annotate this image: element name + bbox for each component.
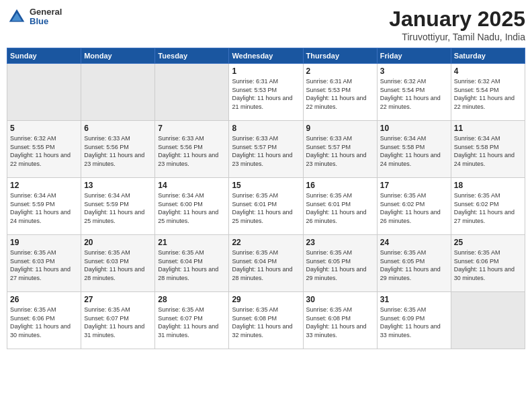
day-number: 15 [232,181,300,190]
weekday-header-monday: Monday [81,48,155,64]
calendar-cell: 3Sunrise: 6:32 AMSunset: 5:54 PMDaylight… [377,64,451,121]
day-number: 10 [380,124,448,133]
calendar-cell: 14Sunrise: 6:34 AMSunset: 6:00 PMDayligh… [155,178,229,235]
week-row-3: 12Sunrise: 6:34 AMSunset: 5:59 PMDayligh… [7,178,525,235]
day-number: 17 [380,181,448,190]
weekday-header-row: SundayMondayTuesdayWednesdayThursdayFrid… [7,48,525,64]
page-header: General Blue January 2025 Tiruvottiyur, … [7,7,525,42]
calendar-cell: 9Sunrise: 6:33 AMSunset: 5:57 PMDaylight… [303,121,377,178]
cell-info: Sunrise: 6:35 AMSunset: 6:01 PMDaylight:… [306,191,374,225]
calendar-cell: 1Sunrise: 6:31 AMSunset: 5:53 PMDaylight… [229,64,303,121]
cell-info: Sunrise: 6:35 AMSunset: 6:05 PMDaylight:… [306,248,374,282]
cell-info: Sunrise: 6:34 AMSunset: 5:59 PMDaylight:… [84,191,152,225]
weekday-header-wednesday: Wednesday [229,48,303,64]
day-number: 19 [10,238,78,247]
day-number: 28 [158,295,226,304]
cell-info: Sunrise: 6:31 AMSunset: 5:53 PMDaylight:… [232,77,300,111]
weekday-header-saturday: Saturday [451,48,525,64]
day-number: 11 [454,124,522,133]
day-number: 25 [454,238,522,247]
cell-info: Sunrise: 6:34 AMSunset: 5:59 PMDaylight:… [10,191,78,225]
calendar-cell: 4Sunrise: 6:32 AMSunset: 5:54 PMDaylight… [451,64,525,121]
cell-info: Sunrise: 6:35 AMSunset: 6:08 PMDaylight:… [232,306,300,339]
cell-info: Sunrise: 6:33 AMSunset: 5:56 PMDaylight:… [84,134,152,168]
logo-general: General [30,7,62,17]
day-number: 4 [454,66,522,76]
cell-info: Sunrise: 6:32 AMSunset: 5:54 PMDaylight:… [454,77,522,111]
cell-info: Sunrise: 6:35 AMSunset: 6:07 PMDaylight:… [158,306,226,339]
day-number: 20 [84,238,152,247]
day-number: 27 [84,295,152,304]
calendar-cell: 28Sunrise: 6:35 AMSunset: 6:07 PMDayligh… [155,292,229,349]
weekday-header-sunday: Sunday [7,48,81,64]
calendar-cell: 27Sunrise: 6:35 AMSunset: 6:07 PMDayligh… [81,292,155,349]
cell-info: Sunrise: 6:35 AMSunset: 6:07 PMDaylight:… [84,306,152,339]
day-number: 8 [232,124,300,133]
day-number: 1 [232,66,300,76]
cell-info: Sunrise: 6:32 AMSunset: 5:55 PMDaylight:… [10,134,78,168]
day-number: 5 [10,124,78,133]
calendar-cell: 5Sunrise: 6:32 AMSunset: 5:55 PMDaylight… [7,121,81,178]
week-row-1: 1Sunrise: 6:31 AMSunset: 5:53 PMDaylight… [7,64,525,121]
calendar-cell: 10Sunrise: 6:34 AMSunset: 5:58 PMDayligh… [377,121,451,178]
calendar-cell [155,64,229,121]
logo: General Blue [7,7,62,27]
cell-info: Sunrise: 6:32 AMSunset: 5:54 PMDaylight:… [380,77,448,111]
day-number: 6 [84,124,152,133]
day-number: 13 [84,181,152,190]
calendar-cell: 29Sunrise: 6:35 AMSunset: 6:08 PMDayligh… [229,292,303,349]
cell-info: Sunrise: 6:35 AMSunset: 6:04 PMDaylight:… [158,248,226,282]
week-row-5: 26Sunrise: 6:35 AMSunset: 6:06 PMDayligh… [7,292,525,349]
weekday-header-tuesday: Tuesday [155,48,229,64]
calendar-cell: 16Sunrise: 6:35 AMSunset: 6:01 PMDayligh… [303,178,377,235]
cell-info: Sunrise: 6:35 AMSunset: 6:02 PMDaylight:… [380,191,448,225]
calendar-location: Tiruvottiyur, Tamil Nadu, India [389,32,525,42]
logo-text: General Blue [30,7,62,27]
week-row-4: 19Sunrise: 6:35 AMSunset: 6:03 PMDayligh… [7,235,525,292]
cell-info: Sunrise: 6:35 AMSunset: 6:02 PMDaylight:… [454,191,522,225]
cell-info: Sunrise: 6:35 AMSunset: 6:09 PMDaylight:… [380,306,448,339]
cell-info: Sunrise: 6:35 AMSunset: 6:08 PMDaylight:… [306,306,374,339]
day-number: 3 [380,66,448,76]
cell-info: Sunrise: 6:35 AMSunset: 6:01 PMDaylight:… [232,191,300,225]
cell-info: Sunrise: 6:35 AMSunset: 6:06 PMDaylight:… [10,306,78,339]
cell-info: Sunrise: 6:35 AMSunset: 6:03 PMDaylight:… [10,248,78,282]
cell-info: Sunrise: 6:33 AMSunset: 5:57 PMDaylight:… [306,134,374,168]
day-number: 29 [232,295,300,304]
cell-info: Sunrise: 6:34 AMSunset: 5:58 PMDaylight:… [380,134,448,168]
day-number: 18 [454,181,522,190]
cell-info: Sunrise: 6:35 AMSunset: 6:04 PMDaylight:… [232,248,300,282]
calendar-cell: 17Sunrise: 6:35 AMSunset: 6:02 PMDayligh… [377,178,451,235]
day-number: 30 [306,295,374,304]
day-number: 12 [10,181,78,190]
cell-info: Sunrise: 6:34 AMSunset: 5:58 PMDaylight:… [454,134,522,168]
logo-blue: Blue [30,17,62,26]
calendar-cell: 20Sunrise: 6:35 AMSunset: 6:03 PMDayligh… [81,235,155,292]
calendar-cell: 22Sunrise: 6:35 AMSunset: 6:04 PMDayligh… [229,235,303,292]
calendar-cell: 11Sunrise: 6:34 AMSunset: 5:58 PMDayligh… [451,121,525,178]
day-number: 16 [306,181,374,190]
calendar-cell: 24Sunrise: 6:35 AMSunset: 6:05 PMDayligh… [377,235,451,292]
day-number: 21 [158,238,226,247]
cell-info: Sunrise: 6:31 AMSunset: 5:53 PMDaylight:… [306,77,374,111]
calendar-cell: 8Sunrise: 6:33 AMSunset: 5:57 PMDaylight… [229,121,303,178]
calendar-cell: 6Sunrise: 6:33 AMSunset: 5:56 PMDaylight… [81,121,155,178]
cell-info: Sunrise: 6:33 AMSunset: 5:57 PMDaylight:… [232,134,300,168]
calendar-title: January 2025 [389,7,525,32]
calendar-cell [451,292,525,349]
calendar-cell: 23Sunrise: 6:35 AMSunset: 6:05 PMDayligh… [303,235,377,292]
calendar-table: SundayMondayTuesdayWednesdayThursdayFrid… [7,48,525,349]
day-number: 22 [232,238,300,247]
calendar-cell: 25Sunrise: 6:35 AMSunset: 6:06 PMDayligh… [451,235,525,292]
day-number: 2 [306,66,374,76]
day-number: 24 [380,238,448,247]
title-block: January 2025 Tiruvottiyur, Tamil Nadu, I… [389,7,525,42]
calendar-cell: 7Sunrise: 6:33 AMSunset: 5:56 PMDaylight… [155,121,229,178]
week-row-2: 5Sunrise: 6:32 AMSunset: 5:55 PMDaylight… [7,121,525,178]
day-number: 7 [158,124,226,133]
cell-info: Sunrise: 6:34 AMSunset: 6:00 PMDaylight:… [158,191,226,225]
day-number: 23 [306,238,374,247]
cell-info: Sunrise: 6:35 AMSunset: 6:05 PMDaylight:… [380,248,448,282]
calendar-cell: 30Sunrise: 6:35 AMSunset: 6:08 PMDayligh… [303,292,377,349]
logo-icon [7,7,27,27]
